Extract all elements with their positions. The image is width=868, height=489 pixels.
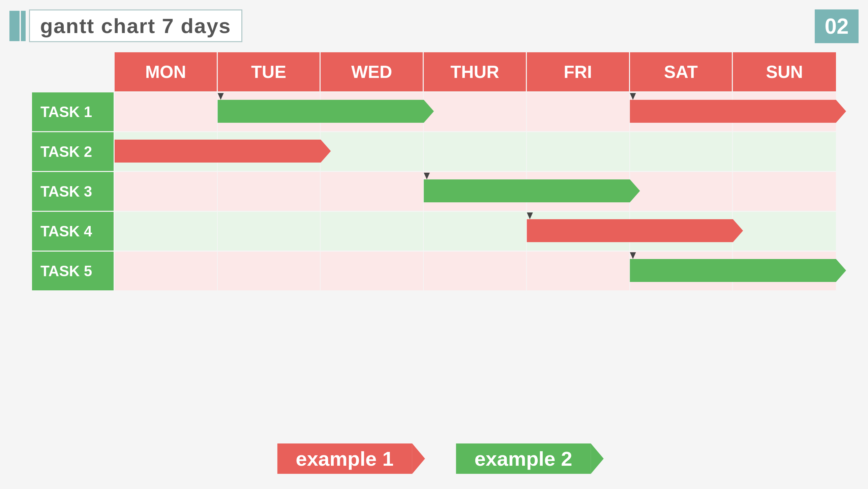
task2-thur <box>424 132 527 171</box>
task4-sat <box>630 212 733 251</box>
task2-sun <box>733 132 836 171</box>
task3-sat <box>630 172 733 211</box>
task5-mon <box>115 252 218 290</box>
task4-fri <box>527 212 630 251</box>
header: gantt chart 7 days <box>9 9 242 42</box>
task-label-3: TASK 3 <box>32 172 115 211</box>
task3-wed <box>321 172 424 211</box>
day-header-tue: TUE <box>218 52 321 91</box>
day-header-thur: THUR <box>424 52 527 91</box>
task4-tue <box>218 212 321 251</box>
task-label-5: TASK 5 <box>32 252 115 290</box>
task-label-1: TASK 1 <box>32 92 115 131</box>
accent-block-thick <box>9 11 20 41</box>
task3-tue <box>218 172 321 211</box>
task2-fri <box>527 132 630 171</box>
task2-sat <box>630 132 733 171</box>
gantt-chart: MON TUE WED THUR FRI SAT SUN TASK 1 TASK… <box>32 52 836 415</box>
page-title: gantt chart 7 days <box>40 14 231 37</box>
task5-sat <box>630 252 733 290</box>
task1-sun <box>733 92 836 131</box>
day-header-fri: FRI <box>527 52 630 91</box>
task1-fri <box>527 92 630 131</box>
task-label-2: TASK 2 <box>32 132 115 171</box>
day-headers-row: MON TUE WED THUR FRI SAT SUN <box>32 52 836 91</box>
accent-block-thin <box>21 11 26 41</box>
task3-fri <box>527 172 630 211</box>
task-row-4: TASK 4 <box>32 211 836 251</box>
task3-mon <box>115 172 218 211</box>
corner-cell <box>32 52 115 91</box>
task2-wed <box>321 132 424 171</box>
task4-mon <box>115 212 218 251</box>
task5-thur <box>424 252 527 290</box>
task1-wed <box>321 92 424 131</box>
legend-example1: example 1 <box>277 443 412 474</box>
legend: example 1 example 2 <box>277 443 591 474</box>
task3-sun <box>733 172 836 211</box>
task1-mon <box>115 92 218 131</box>
task3-thur <box>424 172 527 211</box>
task-row-5: TASK 5 <box>32 251 836 290</box>
day-header-sun: SUN <box>733 52 836 91</box>
task5-wed <box>321 252 424 290</box>
day-header-sat: SAT <box>630 52 733 91</box>
task2-mon <box>115 132 218 171</box>
task-row-2: TASK 2 <box>32 131 836 171</box>
task-row-3: TASK 3 <box>32 171 836 211</box>
task4-thur <box>424 212 527 251</box>
legend-example2: example 2 <box>456 443 591 474</box>
task-label-4: TASK 4 <box>32 212 115 251</box>
task4-wed <box>321 212 424 251</box>
day-header-wed: WED <box>321 52 424 91</box>
task1-tue <box>218 92 321 131</box>
task4-sun <box>733 212 836 251</box>
task1-thur <box>424 92 527 131</box>
day-header-mon: MON <box>115 52 218 91</box>
task-row-1: TASK 1 <box>32 91 836 131</box>
task2-tue <box>218 132 321 171</box>
task1-sat <box>630 92 733 131</box>
task5-sun <box>733 252 836 290</box>
page-number: 02 <box>815 9 859 43</box>
task5-fri <box>527 252 630 290</box>
title-box: gantt chart 7 days <box>29 9 242 42</box>
task5-tue <box>218 252 321 290</box>
